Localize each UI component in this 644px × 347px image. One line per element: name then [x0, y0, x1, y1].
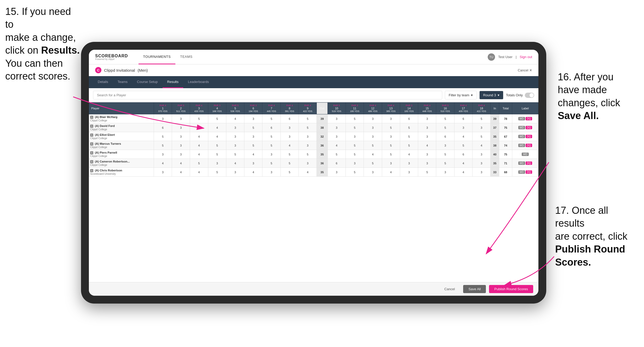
- score-h13[interactable]: 3: [382, 159, 400, 168]
- dq-label[interactable]: DQ: [526, 117, 532, 120]
- score-h17[interactable]: 4: [454, 132, 472, 141]
- score-h15[interactable]: 3: [418, 150, 436, 159]
- score-h10[interactable]: 3: [327, 132, 346, 141]
- score-h10[interactable]: 6: [327, 159, 346, 168]
- cancel-tournament-btn[interactable]: Cancel ✕: [518, 68, 532, 72]
- score-h4[interactable]: 5: [208, 168, 226, 177]
- score-h3[interactable]: 5: [190, 159, 208, 168]
- score-h14[interactable]: 5: [400, 123, 418, 132]
- score-h1[interactable]: 4: [154, 159, 172, 168]
- dq-label[interactable]: DQ: [526, 135, 532, 138]
- score-h7[interactable]: 5: [262, 114, 280, 123]
- score-h5[interactable]: 3: [226, 132, 244, 141]
- score-h2[interactable]: 4: [172, 168, 190, 177]
- score-h17[interactable]: 6: [454, 114, 472, 123]
- score-h18[interactable]: 5: [473, 114, 491, 123]
- wd-label[interactable]: WD: [518, 135, 525, 138]
- score-h12[interactable]: 5: [364, 159, 382, 168]
- score-h4[interactable]: 4: [208, 123, 226, 132]
- score-h16[interactable]: 5: [436, 159, 454, 168]
- score-h11[interactable]: 3: [346, 159, 364, 168]
- search-input[interactable]: [93, 91, 442, 99]
- score-h12[interactable]: 3: [364, 114, 382, 123]
- score-h17[interactable]: 6: [454, 150, 472, 159]
- score-h6[interactable]: 4: [244, 150, 262, 159]
- score-h6[interactable]: 4: [244, 168, 262, 177]
- score-h14[interactable]: 6: [400, 114, 418, 123]
- score-h13[interactable]: 5: [382, 150, 400, 159]
- score-h9[interactable]: 5: [299, 123, 317, 132]
- score-h9[interactable]: 3: [299, 132, 317, 141]
- score-h18[interactable]: 5: [473, 132, 491, 141]
- score-h5[interactable]: 5: [226, 150, 244, 159]
- score-h6[interactable]: 3: [244, 132, 262, 141]
- totals-only-toggle[interactable]: Totals Only: [506, 93, 534, 98]
- wd-label[interactable]: WD: [522, 153, 529, 156]
- score-h15[interactable]: 3: [418, 123, 436, 132]
- score-h17[interactable]: 4: [454, 168, 472, 177]
- score-h6[interactable]: 3: [244, 159, 262, 168]
- score-h3[interactable]: 4: [190, 168, 208, 177]
- score-h17[interactable]: 5: [454, 141, 472, 150]
- score-h14[interactable]: 5: [400, 132, 418, 141]
- score-h4[interactable]: 5: [208, 141, 226, 150]
- score-h4[interactable]: 4: [208, 132, 226, 141]
- score-h15[interactable]: 5: [418, 168, 436, 177]
- score-h14[interactable]: 5: [400, 141, 418, 150]
- score-h13[interactable]: 3: [382, 114, 400, 123]
- score-h9[interactable]: 5: [299, 114, 317, 123]
- toggle-switch[interactable]: [525, 93, 534, 98]
- score-h3[interactable]: 4: [190, 150, 208, 159]
- score-h7[interactable]: 6: [262, 123, 280, 132]
- dq-label[interactable]: DQ: [526, 161, 532, 165]
- score-h7[interactable]: 5: [262, 159, 280, 168]
- score-h11[interactable]: 5: [346, 168, 364, 177]
- score-h10[interactable]: 3: [327, 168, 346, 177]
- score-h16[interactable]: 5: [436, 114, 454, 123]
- score-h16[interactable]: 3: [436, 141, 454, 150]
- score-h16[interactable]: 3: [436, 168, 454, 177]
- score-h2[interactable]: 4: [172, 159, 190, 168]
- score-h18[interactable]: 4: [473, 141, 491, 150]
- score-h12[interactable]: 5: [364, 141, 382, 150]
- score-h1[interactable]: 6: [154, 123, 172, 132]
- signout-link[interactable]: Sign out: [520, 55, 532, 59]
- publish-round-scores-button[interactable]: Publish Round Scores: [489, 285, 533, 293]
- score-h16[interactable]: 5: [436, 123, 454, 132]
- score-h4[interactable]: 5: [208, 150, 226, 159]
- score-h6[interactable]: 5: [244, 123, 262, 132]
- score-h8[interactable]: 3: [280, 132, 298, 141]
- score-h5[interactable]: 4: [226, 159, 244, 168]
- score-h2[interactable]: 3: [172, 114, 190, 123]
- score-h18[interactable]: 3: [473, 159, 491, 168]
- score-h11[interactable]: 3: [346, 132, 364, 141]
- save-all-button[interactable]: Save All: [463, 285, 486, 293]
- score-h7[interactable]: 3: [262, 168, 280, 177]
- score-h1[interactable]: 5: [154, 132, 172, 141]
- score-h8[interactable]: 5: [280, 150, 298, 159]
- tab-course-setup[interactable]: Course Setup: [132, 76, 163, 88]
- wd-label[interactable]: WD: [518, 144, 525, 147]
- tab-details[interactable]: Details: [93, 76, 113, 88]
- wd-label[interactable]: WD: [518, 161, 525, 165]
- score-h8[interactable]: 5: [280, 168, 298, 177]
- score-h15[interactable]: 3: [418, 159, 436, 168]
- tab-results[interactable]: Results: [163, 76, 183, 88]
- tab-teams[interactable]: Teams: [113, 76, 132, 88]
- score-h4[interactable]: 5: [208, 114, 226, 123]
- score-h14[interactable]: 3: [400, 168, 418, 177]
- score-h5[interactable]: 3: [226, 168, 244, 177]
- score-h12[interactable]: 3: [364, 168, 382, 177]
- score-h3[interactable]: 4: [190, 132, 208, 141]
- score-h8[interactable]: 6: [280, 114, 298, 123]
- score-h7[interactable]: 5: [262, 141, 280, 150]
- score-h1[interactable]: 3: [154, 150, 172, 159]
- score-h11[interactable]: 5: [346, 150, 364, 159]
- nav-teams[interactable]: TEAMS: [175, 50, 197, 64]
- score-h9[interactable]: 3: [299, 159, 317, 168]
- score-h2[interactable]: 3: [172, 123, 190, 132]
- score-h16[interactable]: 5: [436, 150, 454, 159]
- score-h13[interactable]: 5: [382, 123, 400, 132]
- score-h8[interactable]: 4: [280, 141, 298, 150]
- score-h11[interactable]: 5: [346, 114, 364, 123]
